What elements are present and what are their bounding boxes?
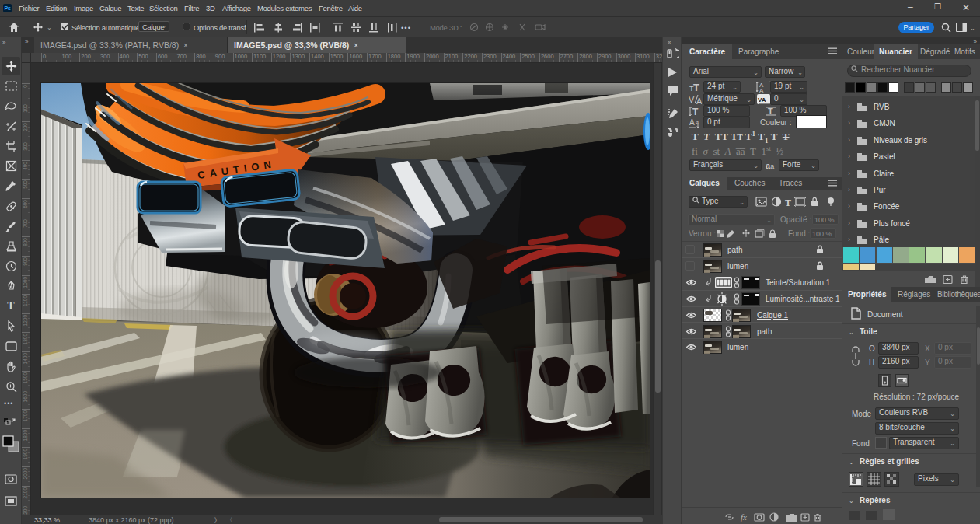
svg-text:T: T	[768, 107, 773, 116]
svg-text:A: A	[759, 87, 764, 93]
svg-text:T: T	[785, 197, 791, 208]
svg-text:A: A	[696, 96, 702, 105]
svg-text:T: T	[693, 82, 699, 92]
svg-text:fx: fx	[741, 512, 747, 522]
svg-text:a: a	[696, 119, 699, 124]
svg-text:T: T	[692, 107, 699, 117]
svg-text:A: A	[689, 118, 695, 127]
svg-text:VA: VA	[758, 96, 766, 103]
svg-text:V: V	[689, 95, 695, 104]
